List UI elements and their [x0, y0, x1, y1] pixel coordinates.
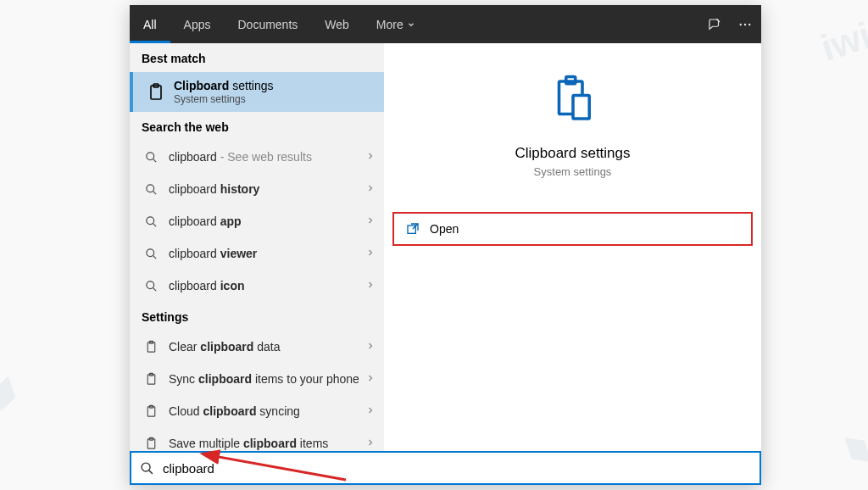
chevron-down-icon — [407, 18, 415, 31]
web-result[interactable]: clipboard history — [130, 173, 384, 205]
web-result[interactable]: clipboard app — [130, 205, 384, 237]
settings-result[interactable]: Clear clipboard data — [130, 331, 384, 363]
search-icon — [142, 280, 160, 292]
web-result[interactable]: clipboard viewer — [130, 237, 384, 270]
svg-point-1 — [744, 23, 746, 25]
watermark — [0, 361, 27, 430]
result-label: clipboard history — [169, 182, 365, 196]
chevron-right-icon — [365, 340, 376, 354]
chevron-right-icon — [365, 372, 376, 386]
result-label: Save multiple clipboard items — [169, 437, 365, 450]
svg-rect-20 — [573, 96, 589, 120]
feedback-icon[interactable] — [707, 17, 722, 32]
search-icon — [142, 215, 160, 228]
best-match-result[interactable]: Clipboard settings System settings — [130, 72, 384, 112]
svg-point-9 — [146, 281, 153, 288]
results-column: Best match Clipboard settings System set… — [130, 43, 384, 451]
chevron-right-icon — [365, 150, 376, 164]
svg-point-0 — [740, 23, 742, 25]
open-icon — [406, 222, 420, 236]
best-match-subtitle: System settings — [174, 93, 273, 105]
best-match-title: Clipboard settings — [174, 79, 273, 92]
search-icon — [142, 151, 160, 164]
more-options-icon[interactable] — [737, 17, 753, 32]
section-settings: Settings — [130, 302, 384, 331]
watermark — [834, 410, 868, 479]
clipboard-large-icon — [545, 72, 601, 131]
search-icon — [142, 248, 160, 260]
search-icon — [140, 461, 154, 476]
search-panel: All Apps Documents Web More Best match — [130, 5, 761, 485]
svg-point-7 — [146, 216, 153, 224]
open-label: Open — [430, 222, 459, 236]
clipboard-icon — [143, 82, 169, 103]
svg-point-2 — [748, 23, 750, 25]
watermark: iwin — [816, 7, 868, 70]
svg-point-22 — [142, 463, 150, 471]
tab-more-label: More — [376, 18, 403, 31]
clipboard-icon — [142, 372, 160, 387]
chevron-right-icon — [365, 247, 376, 260]
section-search-web: Search the web — [130, 112, 384, 141]
chevron-right-icon — [365, 279, 376, 292]
settings-result[interactable]: Save multiple clipboard items — [130, 427, 384, 451]
search-tabs: All Apps Documents Web More — [130, 5, 761, 43]
result-label: clipboard viewer — [169, 247, 365, 260]
tab-web[interactable]: Web — [311, 5, 363, 43]
clipboard-icon — [142, 404, 160, 419]
chevron-right-icon — [365, 182, 376, 196]
tab-apps[interactable]: Apps — [170, 5, 225, 43]
result-label: Clear clipboard data — [169, 340, 365, 354]
chevron-right-icon — [365, 404, 376, 418]
tab-documents[interactable]: Documents — [224, 5, 311, 43]
result-label: Sync clipboard items to your phone — [169, 372, 365, 386]
search-bar[interactable] — [130, 451, 761, 485]
svg-point-6 — [146, 184, 153, 192]
chevron-right-icon — [365, 437, 376, 450]
open-action[interactable]: Open — [392, 212, 753, 246]
web-result[interactable]: clipboard icon — [130, 270, 384, 302]
web-result[interactable]: clipboard - See web results — [130, 141, 384, 173]
details-subtitle: System settings — [534, 165, 612, 178]
search-input[interactable] — [163, 461, 751, 476]
clipboard-icon — [142, 437, 160, 451]
result-label: clipboard - See web results — [169, 150, 365, 164]
result-label: clipboard icon — [169, 279, 365, 292]
tab-more[interactable]: More — [363, 5, 429, 43]
details-column: Clipboard settings System settings Open — [384, 43, 761, 451]
chevron-right-icon — [365, 214, 376, 228]
clipboard-icon — [142, 340, 160, 354]
section-best-match: Best match — [130, 43, 384, 72]
settings-result[interactable]: Sync clipboard items to your phone — [130, 363, 384, 395]
settings-result[interactable]: Cloud clipboard syncing — [130, 395, 384, 427]
result-label: Cloud clipboard syncing — [169, 404, 365, 418]
search-icon — [142, 183, 160, 196]
tab-all[interactable]: All — [130, 5, 170, 43]
result-label: clipboard app — [169, 214, 365, 228]
details-title: Clipboard settings — [515, 145, 630, 162]
svg-point-8 — [146, 248, 153, 256]
svg-point-5 — [146, 152, 153, 159]
